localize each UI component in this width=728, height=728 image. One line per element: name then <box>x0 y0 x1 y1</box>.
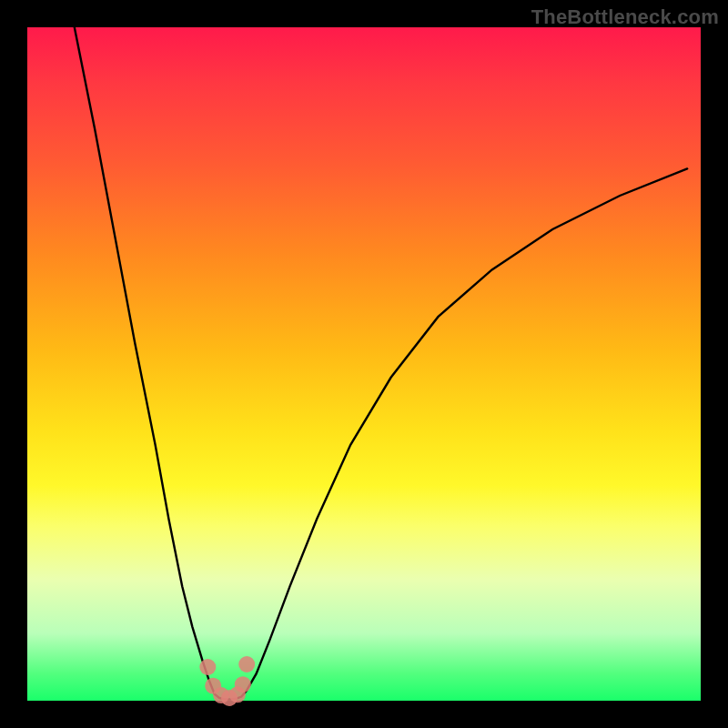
chart-frame: TheBottleneck.com <box>0 0 728 728</box>
valley-marker <box>238 656 255 672</box>
watermark-label: TheBottleneck.com <box>531 5 719 29</box>
valley-markers <box>199 656 255 706</box>
bottleneck-curve <box>75 27 687 700</box>
valley-marker <box>235 676 251 693</box>
plot-area <box>27 27 701 701</box>
curve-layer <box>27 27 701 701</box>
valley-marker <box>199 659 216 675</box>
